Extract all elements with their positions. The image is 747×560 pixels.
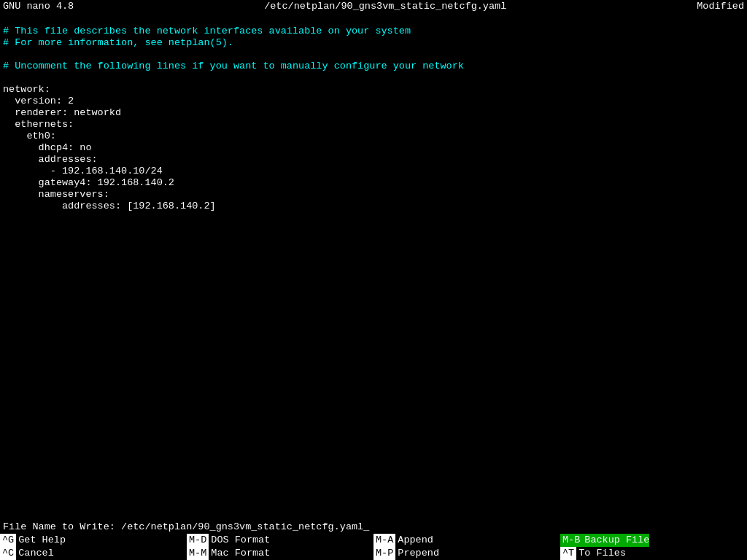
editor-line: network: <box>0 84 747 96</box>
shortcut-key: ^T <box>560 547 576 560</box>
editor-line: gateway4: 192.168.140.2 <box>0 177 747 189</box>
shortcut-desc: Backup File <box>582 534 649 547</box>
shortcut-desc: Prepend <box>395 547 439 560</box>
shortcut-key: M-P <box>374 547 395 560</box>
editor-line: # For more information, see netplan(5). <box>0 37 747 49</box>
modified-status: Modified <box>697 0 744 13</box>
shortcut-desc: Append <box>395 534 433 547</box>
shortcut-key: M-M <box>187 547 209 560</box>
shortcut-item[interactable]: M-D DOS Format <box>187 534 374 547</box>
shortcut-item[interactable]: ^T To Files <box>560 547 747 560</box>
editor-line: # This file describes the network interf… <box>0 26 747 37</box>
editor-line <box>0 72 747 84</box>
shortcut-desc: Get Help <box>16 534 66 547</box>
editor-line: addresses: [192.168.140.2] <box>0 201 747 212</box>
shortcut-desc: DOS Format <box>209 534 270 547</box>
shortcut-desc: Mac Format <box>209 547 270 560</box>
filename-text: File Name to Write: /etc/netplan/90_gns3… <box>3 521 369 532</box>
shortcut-desc: Cancel <box>16 547 54 560</box>
shortcut-key: ^C <box>0 547 16 560</box>
shortcut-key: M-A <box>374 534 395 547</box>
file-path: /etc/netplan/90_gns3vm_static_netcfg.yam… <box>264 0 506 13</box>
title-bar: GNU nano 4.8 /etc/netplan/90_gns3vm_stat… <box>0 0 747 13</box>
shortcut-item[interactable]: ^C Cancel <box>0 547 187 560</box>
app-name: GNU nano 4.8 <box>3 0 74 13</box>
editor-line: # Uncomment the following lines if you w… <box>0 61 747 72</box>
shortcut-item[interactable]: ^G Get Help <box>0 534 187 547</box>
editor-line: dhcp4: no <box>0 142 747 154</box>
editor-line: addresses: <box>0 154 747 166</box>
editor-line: version: 2 <box>0 96 747 107</box>
shortcut-item[interactable]: M-A Append <box>374 534 560 547</box>
shortcut-item[interactable]: M-P Prepend <box>374 547 560 560</box>
editor-line <box>0 49 747 61</box>
shortcut-bar-1: ^G Get HelpM-D DOS FormatM-A AppendM-B B… <box>0 534 747 547</box>
filename-bar: File Name to Write: /etc/netplan/90_gns3… <box>0 521 747 534</box>
shortcut-key: M-D <box>187 534 209 547</box>
bottom-bar: File Name to Write: /etc/netplan/90_gns3… <box>0 521 747 560</box>
editor-line: - 192.168.140.10/24 <box>0 166 747 177</box>
shortcut-bar-2: ^C CancelM-M Mac FormatM-P Prepend^T To … <box>0 547 747 560</box>
editor-line: nameservers: <box>0 189 747 201</box>
shortcut-item[interactable]: M-B Backup File <box>560 534 747 547</box>
editor-line: renderer: networkd <box>0 107 747 119</box>
editor-line: ethernets: <box>0 119 747 131</box>
shortcut-key: M-B <box>560 534 582 547</box>
shortcut-item[interactable]: M-M Mac Format <box>187 547 374 560</box>
editor-line: eth0: <box>0 131 747 142</box>
editor-area[interactable]: # This file describes the network interf… <box>0 13 747 521</box>
shortcut-key: ^G <box>0 534 16 547</box>
shortcut-desc: To Files <box>576 547 626 560</box>
